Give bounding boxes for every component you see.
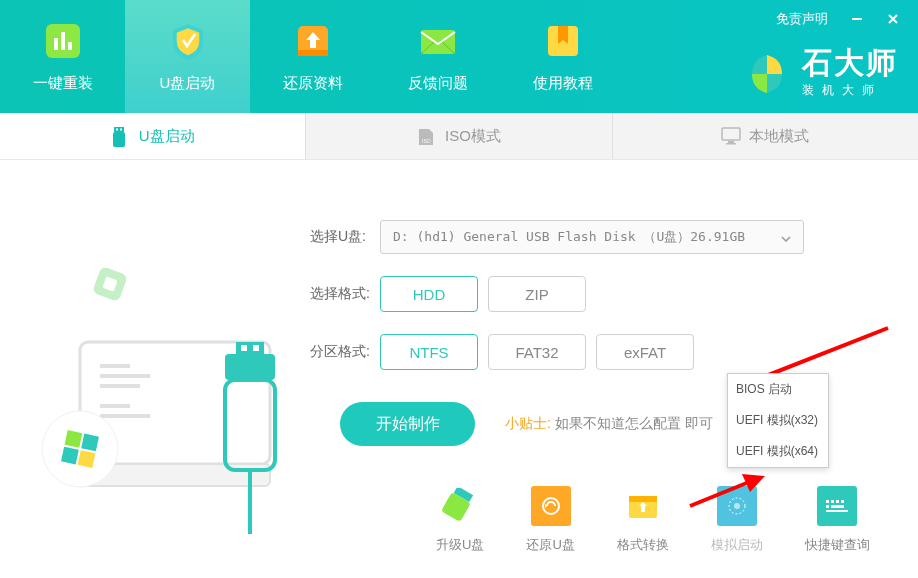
- svg-rect-32: [81, 434, 99, 452]
- partition-label: 分区格式:: [310, 343, 380, 361]
- minimize-button[interactable]: [850, 12, 864, 26]
- svg-rect-14: [722, 128, 740, 140]
- tool-simulate-boot[interactable]: 模拟启动: [711, 486, 763, 554]
- usb-select-label: 选择U盘:: [310, 228, 380, 246]
- nav-label: 还原资料: [283, 74, 343, 93]
- svg-rect-4: [68, 42, 72, 50]
- tab-iso-mode[interactable]: ISO ISO模式: [306, 113, 612, 159]
- mode-tabs: U盘启动 ISO ISO模式 本地模式: [0, 113, 918, 160]
- boot-mode-menu: BIOS 启动 UEFI 模拟(x32) UEFI 模拟(x64): [727, 373, 829, 468]
- svg-rect-26: [241, 345, 247, 351]
- iso-icon: ISO: [417, 127, 435, 145]
- nav-feedback[interactable]: 反馈问题: [375, 0, 500, 113]
- upload-icon: [292, 20, 334, 62]
- logo-title: 石大师: [802, 48, 898, 78]
- logo-icon: [744, 51, 790, 97]
- chevron-down-icon: [781, 229, 791, 245]
- menu-item-uefi-x64[interactable]: UEFI 模拟(x64): [728, 436, 828, 467]
- menu-item-uefi-x32[interactable]: UEFI 模拟(x32): [728, 405, 828, 436]
- bar-chart-icon: [42, 20, 84, 62]
- svg-rect-23: [100, 414, 150, 418]
- tab-label: 本地模式: [749, 127, 809, 146]
- usb-illustration: [0, 190, 310, 578]
- logo: 石大师 装机大师: [744, 48, 898, 99]
- svg-rect-6: [298, 50, 328, 56]
- svg-rect-22: [100, 404, 130, 408]
- tool-label: 快捷键查询: [805, 536, 870, 554]
- svg-rect-28: [225, 380, 275, 470]
- titlebar: 免责声明: [776, 10, 900, 28]
- usb-shield-icon: [167, 20, 209, 62]
- monitor-icon: [721, 127, 739, 145]
- svg-rect-31: [65, 430, 83, 448]
- tool-label: 模拟启动: [711, 536, 763, 554]
- format-convert-icon: [623, 486, 663, 526]
- svg-rect-49: [826, 505, 829, 508]
- menu-item-bios[interactable]: BIOS 启动: [728, 374, 828, 405]
- svg-point-30: [42, 411, 118, 487]
- nav-label: 反馈问题: [408, 74, 468, 93]
- nav-tutorial[interactable]: 使用教程: [500, 0, 625, 113]
- svg-rect-21: [100, 384, 140, 388]
- svg-rect-47: [836, 500, 839, 503]
- tool-hotkey-query[interactable]: 快捷键查询: [805, 486, 870, 554]
- svg-rect-27: [253, 345, 259, 351]
- nav-label: 一键重装: [33, 74, 93, 93]
- tool-restore-usb[interactable]: 还原U盘: [526, 486, 574, 554]
- svg-rect-9: [114, 127, 124, 132]
- svg-rect-25: [236, 342, 264, 356]
- svg-rect-19: [100, 364, 130, 368]
- tool-upgrade-usb[interactable]: 升级U盘: [436, 486, 484, 554]
- nav-reinstall[interactable]: 一键重装: [0, 0, 125, 113]
- svg-rect-33: [61, 447, 79, 465]
- disclaimer-link[interactable]: 免责声明: [776, 10, 828, 28]
- svg-rect-34: [78, 450, 96, 468]
- svg-text:ISO: ISO: [422, 138, 431, 144]
- svg-rect-16: [726, 143, 736, 145]
- tool-label: 格式转换: [617, 536, 669, 554]
- app-header: 免责声明 一键重装 U盘启动 还原资料 反馈问题: [0, 0, 918, 113]
- bookmark-icon: [542, 20, 584, 62]
- start-create-button[interactable]: 开始制作: [340, 402, 475, 446]
- tool-format-convert[interactable]: 格式转换: [617, 486, 669, 554]
- partition-ntfs-button[interactable]: NTFS: [380, 334, 478, 370]
- svg-rect-10: [113, 132, 125, 147]
- envelope-icon: [417, 20, 459, 62]
- svg-rect-7: [421, 30, 455, 54]
- svg-rect-3: [61, 32, 65, 50]
- tip-text: 如果不知道怎么配置 即可: [555, 415, 713, 433]
- tab-label: ISO模式: [445, 127, 501, 146]
- simulate-boot-icon: [717, 486, 757, 526]
- svg-rect-11: [116, 129, 118, 131]
- bottom-toolbar: 升级U盘 还原U盘 格式转换 模拟启动 快捷键查询: [436, 486, 870, 554]
- svg-rect-50: [831, 505, 844, 508]
- svg-rect-41: [629, 496, 657, 502]
- tab-usb-boot[interactable]: U盘启动: [0, 113, 306, 159]
- nav-restore[interactable]: 还原资料: [250, 0, 375, 113]
- svg-rect-45: [826, 500, 829, 503]
- format-hdd-button[interactable]: HDD: [380, 276, 478, 312]
- svg-rect-0: [852, 18, 862, 20]
- nav-usb-boot[interactable]: U盘启动: [125, 0, 250, 113]
- usb-select-value: D: (hd1) General USB Flash Disk （U盘）26.9…: [393, 228, 745, 246]
- svg-rect-48: [841, 500, 844, 503]
- tip-label: 小贴士:: [505, 415, 551, 433]
- tool-label: 还原U盘: [526, 536, 574, 554]
- partition-fat32-button[interactable]: FAT32: [488, 334, 586, 370]
- upgrade-usb-icon: [440, 486, 480, 526]
- tab-local-mode[interactable]: 本地模式: [613, 113, 918, 159]
- nav-label: 使用教程: [533, 74, 593, 93]
- svg-rect-20: [100, 374, 150, 378]
- close-button[interactable]: [886, 12, 900, 26]
- format-zip-button[interactable]: ZIP: [488, 276, 586, 312]
- partition-exfat-button[interactable]: exFAT: [596, 334, 694, 370]
- usb-icon: [111, 127, 129, 145]
- tool-label: 升级U盘: [436, 536, 484, 554]
- svg-point-43: [734, 503, 740, 509]
- usb-select[interactable]: D: (hd1) General USB Flash Disk （U盘）26.9…: [380, 220, 804, 254]
- tab-label: U盘启动: [139, 127, 195, 146]
- svg-rect-51: [826, 510, 848, 512]
- restore-usb-icon: [531, 486, 571, 526]
- keyboard-icon: [817, 486, 857, 526]
- format-label: 选择格式:: [310, 285, 380, 303]
